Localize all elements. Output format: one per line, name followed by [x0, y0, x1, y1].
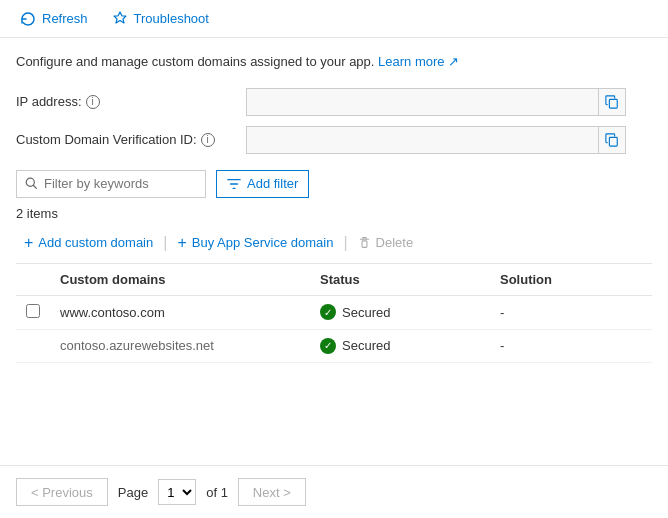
- domain-verification-copy-button[interactable]: [598, 127, 625, 153]
- row-status: ✓Secured: [310, 329, 490, 362]
- add-custom-domain-button[interactable]: + Add custom domain: [16, 231, 161, 255]
- ip-address-row: IP address: i: [16, 88, 652, 116]
- separator-2: |: [341, 234, 349, 252]
- svg-rect-3: [362, 241, 367, 248]
- previous-button[interactable]: < Previous: [16, 478, 108, 506]
- items-count: 2 items: [16, 206, 652, 221]
- troubleshoot-label: Troubleshoot: [134, 11, 209, 26]
- info-description: Configure and manage custom domains assi…: [16, 52, 652, 72]
- filter-bar: Add filter: [16, 170, 652, 198]
- svg-rect-0: [609, 99, 617, 108]
- toolbar: Refresh Troubleshoot: [0, 0, 668, 38]
- ip-address-label: IP address: i: [16, 94, 246, 109]
- copy-icon-2: [605, 133, 619, 147]
- refresh-icon: [20, 11, 36, 27]
- col-check-header: [16, 264, 50, 296]
- refresh-button[interactable]: Refresh: [16, 9, 92, 29]
- table-body: www.contoso.com✓Secured-contoso.azureweb…: [16, 295, 652, 362]
- of-label: of 1: [206, 485, 228, 500]
- secured-icon: ✓: [320, 304, 336, 320]
- ip-address-copy-button[interactable]: [598, 89, 625, 115]
- row-checkbox-cell: [16, 329, 50, 362]
- action-bar: + Add custom domain | + Buy App Service …: [16, 231, 652, 264]
- ip-address-input-wrapper: [246, 88, 626, 116]
- refresh-label: Refresh: [42, 11, 88, 26]
- filter-input[interactable]: [44, 176, 197, 191]
- copy-icon: [605, 95, 619, 109]
- secured-icon: ✓: [320, 338, 336, 354]
- col-domains-header: Custom domains: [50, 264, 310, 296]
- row-status: ✓Secured: [310, 295, 490, 329]
- filter-icon: [227, 177, 241, 191]
- svg-rect-1: [609, 137, 617, 146]
- domain-verification-label: Custom Domain Verification ID: i: [16, 132, 246, 147]
- main-content: Configure and manage custom domains assi…: [0, 38, 668, 363]
- table-header-row: Custom domains Status Solution: [16, 264, 652, 296]
- col-solution-header: Solution: [490, 264, 652, 296]
- domain-verification-info-icon[interactable]: i: [201, 133, 215, 147]
- domain-verification-input-wrapper: [246, 126, 626, 154]
- separator-1: |: [161, 234, 169, 252]
- ip-address-info-icon[interactable]: i: [86, 95, 100, 109]
- row-domain: contoso.azurewebsites.net: [50, 329, 310, 362]
- row-solution: -: [490, 295, 652, 329]
- table-row: www.contoso.com✓Secured-: [16, 295, 652, 329]
- row-checkbox-cell: [16, 295, 50, 329]
- troubleshoot-icon: [112, 11, 128, 27]
- search-icon: [25, 177, 38, 190]
- row-domain: www.contoso.com: [50, 295, 310, 329]
- next-button[interactable]: Next >: [238, 478, 306, 506]
- troubleshoot-button[interactable]: Troubleshoot: [108, 9, 213, 29]
- page-label: Page: [118, 485, 148, 500]
- page-select[interactable]: 1: [158, 479, 196, 505]
- domain-verification-input[interactable]: [247, 127, 598, 153]
- delete-button[interactable]: Delete: [350, 231, 422, 254]
- buy-app-service-domain-button[interactable]: + Buy App Service domain: [169, 231, 341, 255]
- search-wrapper: [16, 170, 206, 198]
- pagination-bar: < Previous Page 1 of 1 Next >: [0, 465, 668, 518]
- description-text: Configure and manage custom domains assi…: [16, 54, 374, 69]
- col-status-header: Status: [310, 264, 490, 296]
- domain-verification-row: Custom Domain Verification ID: i: [16, 126, 652, 154]
- row-checkbox[interactable]: [26, 304, 40, 318]
- table-row: contoso.azurewebsites.net✓Secured-: [16, 329, 652, 362]
- ip-address-input[interactable]: [247, 89, 598, 115]
- delete-icon: [358, 236, 371, 249]
- learn-more-link[interactable]: Learn more ↗: [378, 54, 459, 69]
- domains-table: Custom domains Status Solution www.conto…: [16, 264, 652, 363]
- row-solution: -: [490, 329, 652, 362]
- add-filter-button[interactable]: Add filter: [216, 170, 309, 198]
